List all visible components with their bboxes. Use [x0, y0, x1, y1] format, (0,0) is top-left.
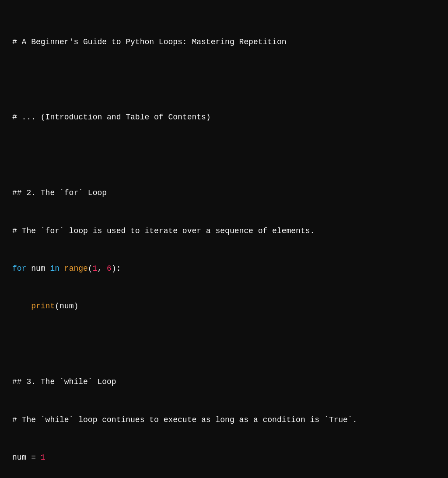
line-section3-heading: ## 3. The `while` Loop: [12, 376, 436, 388]
indent-1: [12, 302, 31, 311]
range-builtin-1: range: [64, 264, 88, 273]
section3-comment: # The `while` loop continues to execute …: [12, 415, 357, 424]
num-assign: num =: [12, 453, 41, 462]
print-builtin-1: print: [31, 302, 55, 311]
line-2: # ... (Introduction and Table of Content…: [12, 111, 436, 124]
line-print1: print(num): [12, 300, 436, 313]
in-keyword-1: in: [50, 264, 60, 273]
line-for1: for num in range(1, 6):: [12, 262, 436, 275]
line-section3-comment: # The `while` loop continues to execute …: [12, 414, 436, 426]
plain-6: (num): [55, 302, 78, 311]
comment-title: # A Beginner's Guide to Python Loops: Ma…: [12, 38, 287, 46]
comment-intro: # ... (Introduction and Table of Content…: [12, 113, 211, 122]
code-editor: # A Beginner's Guide to Python Loops: Ma…: [12, 10, 436, 478]
line-num-assign: num = 1: [12, 451, 436, 464]
section3-heading: ## 3. The `while` Loop: [12, 377, 116, 386]
section2-comment: # The `for` loop is used to iterate over…: [12, 227, 315, 235]
num-val-1: 1: [41, 453, 46, 462]
plain-5: ):: [112, 264, 121, 273]
empty-line-3: [12, 338, 436, 351]
plain-4: ,: [97, 264, 107, 273]
line-section2-heading: ## 2. The `for` Loop: [12, 187, 436, 199]
section2-heading: ## 2. The `for` Loop: [12, 188, 107, 197]
empty-line-1: [12, 73, 436, 86]
num-6: 6: [107, 264, 112, 273]
plain-3: (: [88, 264, 93, 273]
line-section2-comment: # The `for` loop is used to iterate over…: [12, 225, 436, 237]
plain-2: [60, 264, 64, 273]
num-1: 1: [93, 264, 98, 273]
empty-line-2: [12, 149, 436, 162]
for-keyword-1: for: [12, 264, 26, 273]
line-1: # A Beginner's Guide to Python Loops: Ma…: [12, 36, 436, 49]
plain-1: num: [26, 264, 50, 273]
